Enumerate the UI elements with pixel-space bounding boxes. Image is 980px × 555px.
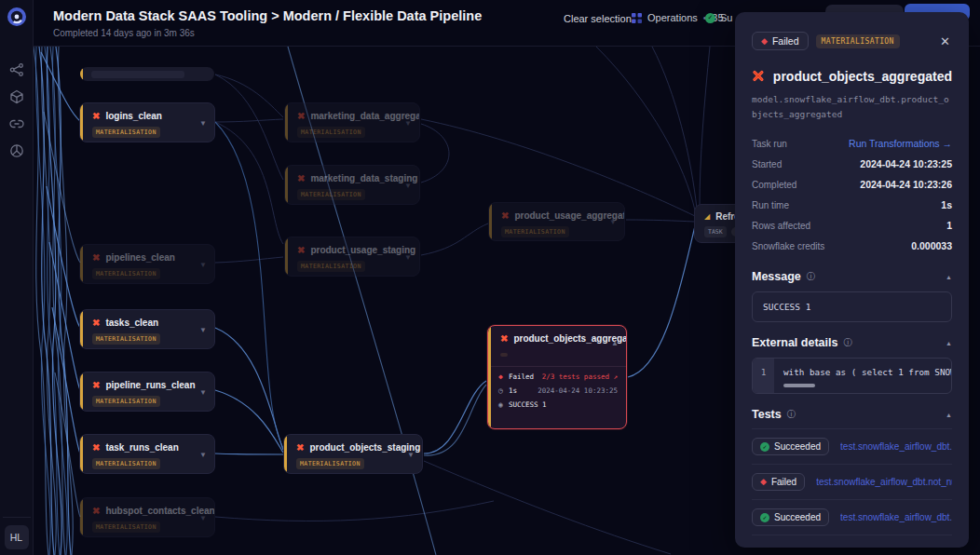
close-icon[interactable]: ✕	[938, 33, 952, 50]
node-product-usage-staging[interactable]: ✖product_usage_staging MATERIALISATION ▼	[284, 237, 420, 277]
node-label: pipelines_clean	[105, 252, 174, 263]
graph-icon[interactable]	[9, 62, 24, 77]
chevron-down-icon[interactable]: ▼	[199, 450, 207, 458]
node-pipeline-runs-clean[interactable]: ✖pipeline_runs_clean MATERIALISATION ▼	[79, 372, 215, 412]
task-triangle-icon: ◢	[704, 213, 710, 221]
package-icon[interactable]	[9, 89, 24, 104]
app-logo-icon[interactable]	[7, 7, 27, 27]
dbt-icon: ✖	[92, 318, 100, 328]
chevron-down-icon[interactable]: ▼	[199, 513, 207, 521]
chevron-down-icon[interactable]: ▼	[407, 450, 415, 458]
chevron-down-icon[interactable]: ▼	[199, 118, 207, 127]
status-dot-icon: ◉	[498, 400, 509, 409]
chevron-down-icon[interactable]: ▼	[404, 252, 412, 261]
test-link[interactable]: test.snowflake_airflow_dbt.not_null_pr	[840, 512, 952, 522]
node-marketing-data-aggregated[interactable]: ✖marketing_data_aggregated MATERIALISATI…	[284, 102, 420, 142]
chevron-down-icon[interactable]: ▼	[404, 181, 412, 189]
info-icon[interactable]: ⓘ	[843, 337, 852, 349]
success-check-icon: ✓	[705, 13, 715, 23]
node-product-objects-staging[interactable]: ✖product_objects_staging MATERIALISATION…	[283, 434, 423, 474]
dbt-icon: ✖	[501, 211, 509, 221]
sidebar-divider	[3, 517, 31, 518]
line-number: 1	[753, 359, 774, 393]
collapse-icon[interactable]: ▲	[946, 274, 952, 280]
meta-row-task-run: Task run Run Transformations →	[752, 133, 952, 154]
tests-section-title: Tests	[752, 408, 782, 421]
materialisation-badge: MATERIALISATION	[297, 189, 365, 200]
chevron-up-icon[interactable]: ▲	[611, 339, 619, 347]
collapse-icon[interactable]: ▲	[946, 412, 952, 418]
dbt-icon: ✖	[500, 334, 508, 344]
node-label: tasks_clean	[105, 318, 158, 328]
failed-diamond-icon: ◆	[760, 478, 767, 486]
materialisation-badge: MATERIALISATION	[92, 268, 160, 279]
node-hubspot-contacts-clean[interactable]: ✖hubspot_contacts_clean MATERIALISATION …	[79, 497, 215, 537]
dbt-icon: ✖	[297, 246, 305, 255]
run-transformations-link[interactable]: Run Transformations →	[849, 138, 952, 149]
operations-label: Operations	[647, 12, 698, 23]
globe-icon[interactable]	[9, 143, 24, 158]
node-tasks-clean[interactable]: ✖tasks_clean MATERIALISATION ▼	[79, 309, 215, 349]
tests-section: Tests ⓘ ▲ ✓ Succeeded test.snowflake_air…	[752, 408, 952, 535]
materialisation-badge: MATERIALISATION	[296, 458, 364, 469]
test-status-badge: ✓ Succeeded	[752, 438, 829, 455]
node-run-time: 1s	[509, 386, 517, 395]
tests-summary-link[interactable]: 2/3 tests passed ↗	[542, 372, 618, 381]
materialisation-badge: MATERIALISATION	[92, 333, 160, 345]
chevron-down-icon[interactable]: ▼	[199, 387, 207, 396]
test-link[interactable]: test.snowflake_airflow_dbt.unique_pro	[840, 441, 952, 452]
node-pipelines-clean[interactable]: ✖pipelines_clean MATERIALISATION ▼	[79, 244, 215, 284]
test-row: ✓ Succeeded test.snowflake_airflow_dbt.u…	[752, 429, 952, 465]
dbt-icon: ✖	[297, 112, 305, 121]
chevron-down-icon[interactable]: ▼	[199, 260, 207, 268]
success-label-truncated: Su	[720, 12, 732, 23]
node-partial-top[interactable]	[80, 67, 214, 81]
node-product-objects-aggregated-selected[interactable]: ✖ product_objects_aggregated ▲ ◆ Failed …	[487, 325, 627, 429]
collapse-icon[interactable]: ▲	[946, 340, 952, 346]
node-label: product_objects_staging	[309, 442, 420, 453]
chevron-down-icon[interactable]: ▼	[609, 218, 617, 226]
materialisation-badge: MATERIALISATION	[501, 226, 569, 237]
external-details-title: External details	[752, 336, 837, 349]
dbt-icon: ✖	[92, 112, 100, 121]
node-status: Failed	[509, 372, 534, 381]
node-marketing-data-staging[interactable]: ✖marketing_data_staging MATERIALISATION …	[284, 165, 420, 205]
chevron-down-icon[interactable]: ▼	[199, 325, 207, 333]
node-label: pipeline_runs_clean	[105, 380, 195, 390]
message-section: Message ⓘ ▲ SUCCESS 1	[752, 270, 952, 322]
materialisation-badge: MATERIALISATION	[297, 261, 365, 272]
materialisation-badge: MATERIALISATION	[92, 521, 160, 533]
clear-selection-button[interactable]: Clear selection	[564, 13, 632, 24]
meta-row-completed: Completed 2024-04-24 10:23:26	[752, 174, 952, 195]
status-badge: ◆ Failed	[752, 32, 809, 50]
node-message: SUCCESS 1	[509, 400, 547, 409]
success-counter[interactable]: ✓ Su	[705, 12, 732, 23]
node-task-runs-clean[interactable]: ✖task_runs_clean MATERIALISATION ▼	[79, 434, 215, 474]
node-divider	[488, 366, 626, 367]
dbt-logo-icon	[752, 66, 765, 86]
node-stripe	[80, 67, 83, 81]
link-icon[interactable]	[9, 116, 24, 131]
node-label: task_runs_clean	[105, 442, 178, 453]
materialisation-badge: MATERIALISATION	[297, 127, 365, 138]
user-avatar[interactable]: HL	[5, 525, 29, 549]
external-details-section: External details ⓘ ▲ 1 with base as ( se…	[752, 336, 952, 394]
horizontal-scrollbar[interactable]	[783, 384, 815, 387]
model-path: model.snowflake_airflow_dbt.product_obje…	[752, 92, 952, 122]
message-section-title: Message	[752, 270, 801, 283]
node-product-usage-aggregated[interactable]: ✖product_usage_aggregated MATERIALISATIO…	[488, 202, 625, 241]
run-summary: Completed 14 days ago in 3m 36s	[53, 28, 195, 38]
test-link[interactable]: test.snowflake_airflow_dbt.not_null_pr	[816, 477, 952, 487]
page-title: Modern Data Stack SAAS Tooling > Modern …	[53, 8, 482, 23]
failed-diamond-icon: ◆	[498, 372, 509, 381]
node-logins-clean[interactable]: ✖logins_clean MATERIALISATION ▼	[79, 102, 215, 142]
clock-icon: ◷	[498, 386, 509, 395]
materialisation-badge	[500, 353, 508, 357]
node-label: hubspot_contacts_clean	[105, 506, 214, 516]
operations-grid-icon	[632, 13, 642, 23]
chevron-down-icon[interactable]: ▼	[404, 118, 412, 127]
node-label: product_usage_staging	[310, 245, 415, 255]
info-icon[interactable]: ⓘ	[787, 409, 796, 421]
sql-code-block: 1 with base as ( select 1 from SNOWFLAKE	[752, 358, 952, 394]
info-icon[interactable]: ⓘ	[807, 271, 816, 283]
